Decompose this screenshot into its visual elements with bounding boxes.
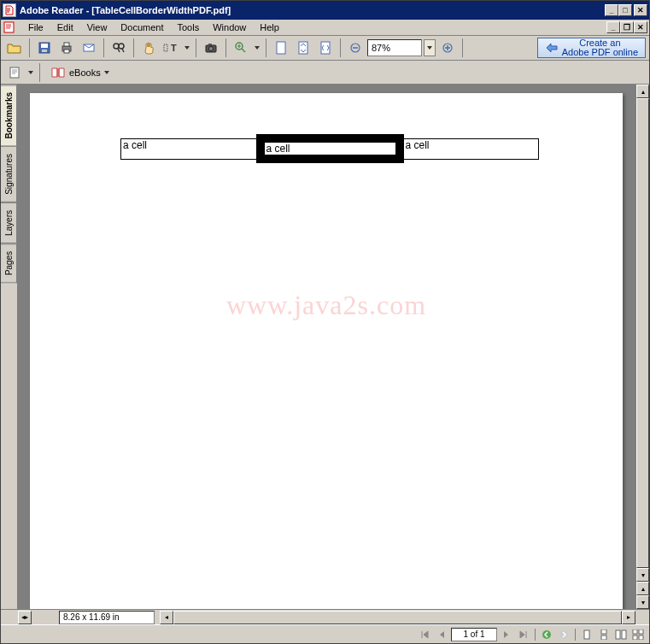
zoom-input[interactable]: 87% xyxy=(367,39,422,56)
titlebar: Adobe Reader - [TableCellBorderWidthPDF.… xyxy=(1,1,649,20)
titlebar-text: Adobe Reader - [TableCellBorderWidthPDF.… xyxy=(20,5,605,15)
svg-point-9 xyxy=(119,44,124,49)
zoom-dropdown[interactable] xyxy=(253,38,261,58)
pdf-table: a cell a cell a cell xyxy=(120,134,539,163)
pdf-page: a cell a cell a cell www.java2s.com xyxy=(30,93,623,609)
text-select-dropdown[interactable] xyxy=(183,38,191,58)
page-down-button[interactable]: ▾ xyxy=(636,595,649,609)
single-page-button[interactable] xyxy=(579,627,594,642)
menu-edit[interactable]: Edit xyxy=(50,20,80,34)
fit-width-button[interactable] xyxy=(315,38,336,58)
tab-signatures[interactable]: Signatures xyxy=(1,146,17,202)
next-page-button[interactable] xyxy=(499,627,514,642)
separator xyxy=(196,38,196,57)
svg-point-13 xyxy=(209,47,214,51)
menu-tools[interactable]: Tools xyxy=(171,20,207,34)
app-icon xyxy=(3,3,16,17)
mdi-restore-button[interactable]: ❐ xyxy=(620,21,634,33)
first-page-button[interactable] xyxy=(417,627,432,642)
mdi-minimize-button[interactable]: _ xyxy=(606,21,620,33)
last-page-button[interactable] xyxy=(516,627,531,642)
hscroll-right-button[interactable]: ▸ xyxy=(622,611,635,624)
open-button[interactable] xyxy=(4,38,25,58)
scroll-thumb[interactable] xyxy=(636,98,649,568)
menu-view[interactable]: View xyxy=(80,20,114,34)
zoom-in-button[interactable] xyxy=(231,38,251,58)
svg-rect-0 xyxy=(4,22,14,32)
hscroll-row: ◂▸ 8.26 x 11.69 in ◂ ▸ xyxy=(1,609,649,624)
page-up-button[interactable]: ▴ xyxy=(636,582,649,595)
maximize-button[interactable]: □ xyxy=(618,4,632,16)
save-button[interactable] xyxy=(34,38,55,58)
forward-button[interactable] xyxy=(556,627,571,642)
review-button[interactable] xyxy=(4,62,25,83)
separator xyxy=(535,629,536,641)
page-viewport[interactable]: a cell a cell a cell www.java2s.com xyxy=(18,85,635,609)
page-number-input[interactable]: 1 of 1 xyxy=(451,628,497,641)
fit-page-button[interactable] xyxy=(293,38,313,58)
email-button[interactable] xyxy=(79,38,99,58)
scroll-up-button[interactable]: ▴ xyxy=(636,85,649,98)
app-window: Adobe Reader - [TableCellBorderWidthPDF.… xyxy=(0,0,650,644)
actual-size-button[interactable] xyxy=(271,38,291,58)
horizontal-scrollbar[interactable]: ◂ ▸ xyxy=(160,611,635,624)
tab-pages[interactable]: Pages xyxy=(1,243,17,283)
menu-window[interactable]: Window xyxy=(206,20,253,34)
watermark: www.java2s.com xyxy=(30,290,623,321)
svg-rect-26 xyxy=(601,635,606,640)
svg-rect-6 xyxy=(64,50,69,53)
doc-icon xyxy=(3,21,16,33)
prev-page-button[interactable] xyxy=(434,627,449,642)
tab-layers[interactable]: Layers xyxy=(1,202,17,243)
separator xyxy=(340,38,341,57)
snapshot-button[interactable] xyxy=(201,38,221,58)
separator xyxy=(39,63,40,82)
vertical-scrollbar[interactable]: ▴ ▾ ▴ ▾ xyxy=(635,85,649,609)
zoom-out-button[interactable] xyxy=(345,38,366,58)
svg-point-8 xyxy=(114,44,119,49)
separator xyxy=(29,38,30,57)
print-button[interactable] xyxy=(56,38,77,58)
statusbar: 1 of 1 xyxy=(1,624,649,643)
ebooks-button[interactable]: eBooks xyxy=(44,63,115,82)
hand-tool-button[interactable] xyxy=(138,38,159,58)
menubar-row: File Edit View Document Tools Window Hel… xyxy=(1,20,649,35)
resize-grip xyxy=(635,611,649,624)
back-button[interactable] xyxy=(539,627,554,642)
zoom-level-dropdown[interactable] xyxy=(424,39,436,56)
hscroll-track[interactable] xyxy=(173,611,622,624)
menu-document[interactable]: Document xyxy=(114,20,170,34)
svg-point-23 xyxy=(559,630,568,639)
hscroll-left-button[interactable]: ◂ xyxy=(160,611,173,624)
document-area: a cell a cell a cell www.java2s.com ▴ ▾ … xyxy=(18,85,649,609)
secondary-toolbar: eBooks xyxy=(1,61,649,85)
svg-rect-3 xyxy=(42,50,47,52)
scroll-track[interactable] xyxy=(636,98,649,568)
close-button[interactable]: ✕ xyxy=(634,4,647,16)
zoom-in-plus-button[interactable] xyxy=(437,38,458,58)
create-pdf-online-button[interactable]: Create anAdobe PDF online xyxy=(537,38,646,58)
continuous-button[interactable] xyxy=(596,627,612,642)
minimize-button[interactable]: _ xyxy=(605,4,618,16)
svg-point-22 xyxy=(542,630,551,639)
main-toolbar: T 87% Create anAdobe PDF online xyxy=(1,35,649,61)
facing-button[interactable] xyxy=(613,627,629,642)
text-select-button[interactable]: T xyxy=(161,38,181,58)
menu-file[interactable]: File xyxy=(21,20,50,34)
svg-rect-16 xyxy=(277,42,285,54)
tab-bookmarks[interactable]: Bookmarks xyxy=(1,85,17,146)
menu-help[interactable]: Help xyxy=(253,20,286,34)
search-button[interactable] xyxy=(108,38,129,58)
review-dropdown[interactable] xyxy=(26,62,35,83)
hscroll-left-handle[interactable]: ◂▸ xyxy=(18,611,32,624)
mdi-close-button[interactable]: ✕ xyxy=(634,21,647,33)
scroll-down-button[interactable]: ▾ xyxy=(636,568,649,582)
svg-rect-2 xyxy=(41,44,48,48)
separator xyxy=(133,38,134,57)
separator xyxy=(103,38,104,57)
continuous-facing-button[interactable] xyxy=(630,627,646,642)
svg-rect-25 xyxy=(601,629,606,634)
navigation-tabs: Bookmarks Signatures Layers Pages xyxy=(1,85,18,609)
hscroll-thumb[interactable] xyxy=(173,611,622,624)
table-cell-thick: a cell xyxy=(261,138,400,159)
